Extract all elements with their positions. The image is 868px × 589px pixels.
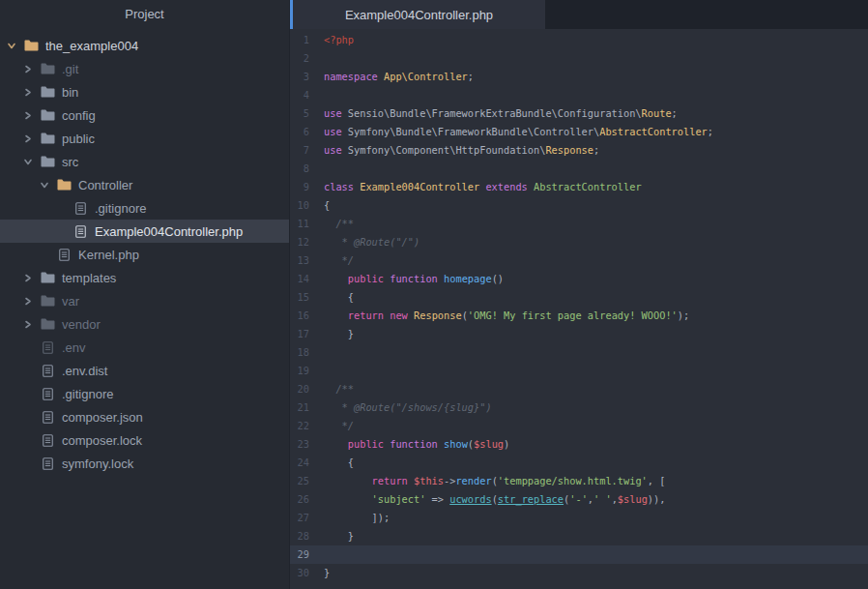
line-number[interactable]: 28 — [290, 527, 309, 545]
line-number[interactable]: 9 — [290, 178, 309, 196]
line-number[interactable]: 1 — [290, 31, 309, 49]
line-number[interactable]: 7 — [290, 141, 309, 160]
code-line-23[interactable]: 23 public function show($slug) — [290, 435, 868, 454]
code-line-12[interactable]: 12 * @Route("/") — [290, 233, 868, 251]
tree-item-public[interactable]: public — [0, 127, 289, 150]
line-number[interactable]: 16 — [290, 307, 309, 325]
line-number[interactable]: 3 — [290, 68, 309, 86]
tree-item-label: config — [62, 108, 96, 123]
tree-item-gitignore[interactable]: .gitignore — [0, 196, 289, 220]
line-number[interactable]: 18 — [290, 343, 309, 362]
chevron-down-icon[interactable] — [41, 181, 57, 190]
code-line-9[interactable]: 9class Example004Controller extends Abst… — [290, 178, 868, 196]
tree-item-config[interactable]: config — [0, 103, 289, 127]
tree-item-env-dist[interactable]: .env.dist — [0, 359, 289, 382]
line-number[interactable]: 23 — [290, 435, 309, 454]
chevron-down-icon[interactable] — [8, 42, 24, 50]
line-number[interactable]: 29 — [290, 545, 309, 564]
file-icon — [41, 388, 55, 400]
line-number[interactable]: 6 — [290, 123, 309, 141]
file-icon — [41, 365, 55, 377]
code-line-19[interactable]: 19 — [290, 362, 868, 380]
code-line-10[interactable]: 10{ — [290, 196, 868, 215]
tree-item-example004controller-php[interactable]: Example004Controller.php — [0, 220, 289, 243]
code-line-21[interactable]: 21 * @Route("/shows/{slug}") — [290, 398, 868, 417]
chevron-right-icon[interactable] — [24, 111, 41, 120]
code-editor[interactable]: 1<?php23namespace App\Controller;45use S… — [290, 29, 868, 589]
tree-item-var[interactable]: var — [0, 289, 289, 312]
code-line-3[interactable]: 3namespace App\Controller; — [290, 68, 868, 86]
code-line-11[interactable]: 11 /** — [290, 215, 868, 233]
tree-item-label: .env.dist — [62, 364, 107, 378]
line-number[interactable]: 19 — [290, 362, 309, 380]
code-line-6[interactable]: 6use Symfony\Bundle\FrameworkBundle\Cont… — [290, 123, 868, 141]
tree-item-src[interactable]: src — [0, 150, 289, 173]
code-line-29[interactable]: 29 — [290, 545, 868, 564]
line-number[interactable]: 30 — [290, 564, 309, 582]
code-line-17[interactable]: 17 } — [290, 325, 868, 343]
code-line-14[interactable]: 14 public function homepage() — [290, 270, 868, 288]
code-line-18[interactable]: 18 — [290, 343, 868, 362]
tree-item-bin[interactable]: bin — [0, 80, 289, 103]
line-number[interactable]: 11 — [290, 215, 309, 233]
code-line-4[interactable]: 4 — [290, 86, 868, 104]
code-line-24[interactable]: 24 { — [290, 454, 868, 472]
code-line-15[interactable]: 15 { — [290, 288, 868, 307]
tree-item-vendor[interactable]: vendor — [0, 312, 289, 336]
line-number[interactable]: 22 — [290, 417, 309, 435]
code-line-22[interactable]: 22 */ — [290, 417, 868, 435]
tree-item-git[interactable]: .git — [0, 57, 289, 80]
line-number[interactable]: 20 — [290, 380, 309, 398]
chevron-right-icon[interactable] — [24, 88, 41, 97]
chevron-right-icon[interactable] — [24, 274, 41, 282]
line-number[interactable]: 21 — [290, 398, 309, 417]
code-line-13[interactable]: 13 */ — [290, 251, 868, 270]
code-line-26[interactable]: 26 'subject' => ucwords(str_replace('-',… — [290, 490, 868, 509]
tab-example004controller-php[interactable]: Example004Controller.php — [293, 0, 545, 29]
code-token-sup: str_replace — [498, 493, 564, 505]
code-line-8[interactable]: 8 — [290, 160, 868, 178]
tree-item-symfony-lock[interactable]: symfony.lock — [0, 452, 289, 475]
tree-item-composer-json[interactable]: composer.json — [0, 405, 289, 428]
tree-item-controller[interactable]: Controller — [0, 173, 289, 196]
code-line-7[interactable]: 7use Symfony\Component\HttpFoundation\Re… — [290, 141, 868, 160]
line-number[interactable]: 12 — [290, 233, 309, 251]
line-number[interactable]: 2 — [290, 49, 309, 68]
code-line-25[interactable]: 25 return $this->render('temppage/show.h… — [290, 472, 868, 490]
chevron-right-icon[interactable] — [24, 134, 41, 143]
folder-icon — [24, 40, 39, 51]
line-number[interactable]: 25 — [290, 472, 309, 490]
chevron-right-icon[interactable] — [24, 297, 41, 306]
tree-item-kernel-php[interactable]: Kernel.php — [0, 243, 289, 266]
code-line-1[interactable]: 1<?php — [290, 31, 868, 49]
line-number[interactable]: 24 — [290, 454, 309, 472]
line-number[interactable]: 13 — [290, 251, 309, 270]
code-line-2[interactable]: 2 — [290, 49, 868, 68]
tree-item-composer-lock[interactable]: composer.lock — [0, 428, 289, 452]
tree-item-gitignore[interactable]: .gitignore — [0, 382, 289, 405]
chevron-right-icon[interactable] — [24, 65, 41, 74]
chevron-right-icon[interactable] — [24, 320, 41, 329]
line-number[interactable]: 10 — [290, 196, 309, 215]
code-line-30[interactable]: 30} — [290, 564, 868, 582]
code-token-mod: new — [390, 309, 408, 321]
code-line-27[interactable]: 27 ]); — [290, 509, 868, 527]
tree-item-templates[interactable]: templates — [0, 266, 289, 289]
line-number[interactable]: 15 — [290, 288, 309, 307]
line-number[interactable]: 4 — [290, 86, 309, 104]
tree-item-the-example004[interactable]: the_example004 — [0, 34, 289, 57]
code-line-text: class Example004Controller extends Abstr… — [324, 178, 642, 196]
line-number[interactable]: 5 — [290, 104, 309, 123]
code-line-16[interactable]: 16 return new Response('OMG! My first pa… — [290, 307, 868, 325]
line-number[interactable]: 27 — [290, 509, 309, 527]
code-line-5[interactable]: 5use Sensio\Bundle\FrameworkExtraBundle\… — [290, 104, 868, 123]
line-number[interactable]: 26 — [290, 490, 309, 509]
chevron-down-icon[interactable] — [24, 158, 41, 166]
code-line-20[interactable]: 20 /** — [290, 380, 868, 398]
line-number[interactable]: 17 — [290, 325, 309, 343]
code-token-cmt: * @Route("/") — [324, 236, 420, 248]
line-number[interactable]: 14 — [290, 270, 309, 288]
code-line-28[interactable]: 28 } — [290, 527, 868, 545]
line-number[interactable]: 8 — [290, 160, 309, 178]
tree-item-env[interactable]: .env — [0, 336, 289, 359]
